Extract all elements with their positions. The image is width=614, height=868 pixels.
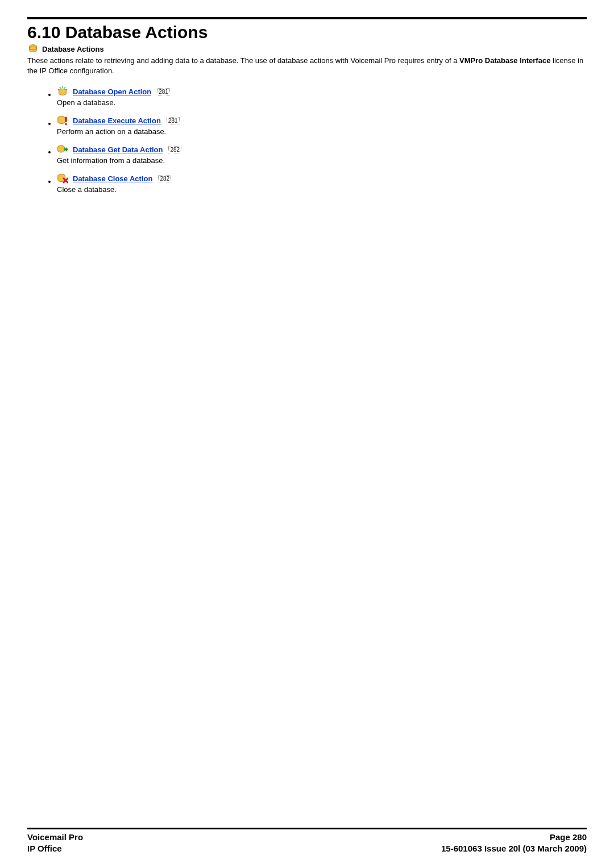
database-close-icon: [57, 173, 68, 184]
footer-left-line2: IP Office: [27, 843, 83, 854]
database-open-icon: [57, 86, 68, 97]
svg-line-4: [60, 87, 61, 89]
list-item: Database Execute Action 281 Perform an a…: [57, 115, 587, 136]
page-ref: 282: [158, 175, 171, 182]
svg-rect-9: [65, 117, 67, 122]
database-get-data-icon: [57, 144, 68, 155]
database-execute-link[interactable]: Database Execute Action: [73, 116, 161, 125]
section-heading-text: Database Actions: [42, 45, 104, 53]
database-execute-icon: [57, 115, 68, 126]
list-item: Database Close Action 282 Close a databa…: [57, 173, 587, 194]
footer-left-line1: Voicemail Pro: [27, 832, 83, 843]
database-get-data-link[interactable]: Database Get Data Action: [73, 145, 163, 154]
top-rule: [27, 17, 587, 19]
page-ref: 281: [167, 117, 180, 124]
item-description: Perform an action on a database.: [57, 127, 587, 136]
item-description: Get information from a database.: [57, 156, 587, 165]
database-close-link[interactable]: Database Close Action: [73, 174, 152, 183]
page-ref: 281: [157, 88, 170, 95]
svg-line-5: [64, 87, 66, 89]
page-footer: Voicemail Pro IP Office Page 280 15-6010…: [27, 828, 587, 855]
database-open-link[interactable]: Database Open Action: [73, 87, 151, 96]
section-heading: Database Actions: [27, 43, 587, 55]
footer-right-line2: 15-601063 Issue 20l (03 March 2009): [441, 843, 587, 854]
item-description: Close a database.: [57, 185, 587, 194]
svg-point-10: [65, 123, 67, 126]
footer-rule: [27, 828, 587, 829]
list-item: Database Get Data Action 282 Get informa…: [57, 144, 587, 165]
item-description: Open a database.: [57, 98, 587, 107]
list-item: Database Open Action 281 Open a database…: [57, 86, 587, 107]
intro-text: These actions relate to retrieving and a…: [27, 56, 587, 76]
footer-right-line1: Page 280: [441, 832, 587, 843]
page-ref: 282: [168, 146, 181, 153]
database-icon: [27, 43, 39, 55]
page-title: 6.10 Database Actions: [27, 23, 587, 42]
